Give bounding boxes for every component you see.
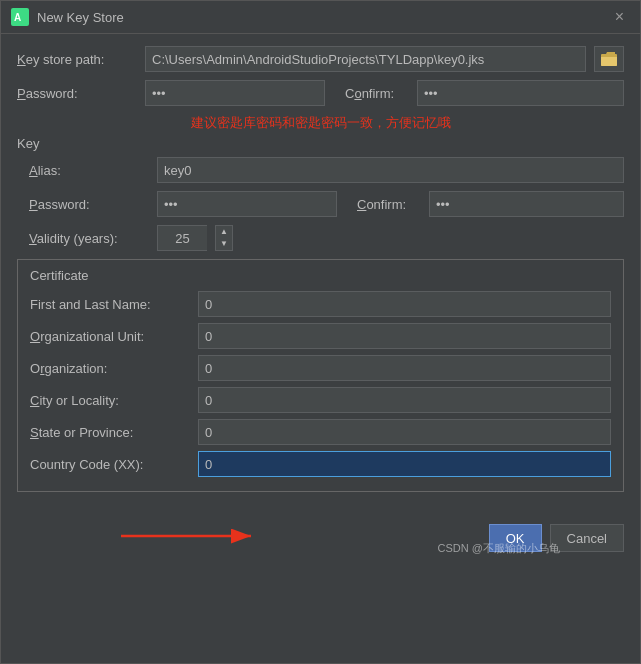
cert-country-input[interactable] — [198, 451, 611, 477]
key-password-label: Password: — [29, 197, 149, 212]
cert-row-name: First and Last Name: — [30, 291, 611, 317]
keystore-path-input[interactable] — [145, 46, 586, 72]
top-confirm-label: Confirm: — [345, 86, 405, 101]
top-confirm-input[interactable] — [417, 80, 624, 106]
validity-row: Validity (years): ▲ ▼ — [17, 225, 624, 251]
keystore-path-row: Key store path: — [17, 46, 624, 72]
cancel-button[interactable]: Cancel — [550, 524, 624, 552]
certificate-section: Certificate First and Last Name: Organiz… — [17, 259, 624, 492]
dialog-title: New Key Store — [37, 10, 124, 25]
certificate-title: Certificate — [30, 268, 611, 283]
bottom-bar: CSDN @不服输的小乌龟 OK Cancel — [1, 512, 640, 564]
key-password-input[interactable] — [157, 191, 337, 217]
title-bar: A New Key Store × — [1, 1, 640, 34]
cert-row-city: City or Locality: — [30, 387, 611, 413]
dialog-content: Key store path: Password: Confirm: 建议密匙库… — [1, 34, 640, 504]
cert-row-org: Organization: — [30, 355, 611, 381]
arrow-annotation — [121, 526, 261, 546]
cert-city-label: City or Locality: — [30, 393, 190, 408]
top-password-input[interactable] — [145, 80, 325, 106]
keystore-path-label: Key store path: — [17, 52, 137, 67]
alias-row: Alias: — [17, 157, 624, 183]
cert-row-org-unit: Organizational Unit: — [30, 323, 611, 349]
arrow-icon — [121, 526, 261, 546]
key-section: Key — [17, 136, 624, 151]
key-confirm-label: Confirm: — [357, 197, 417, 212]
alias-label: Alias: — [29, 163, 149, 178]
validity-input[interactable] — [157, 225, 207, 251]
svg-text:A: A — [14, 12, 21, 23]
cert-org-label: Organization: — [30, 361, 190, 376]
cert-org-input[interactable] — [198, 355, 611, 381]
cert-org-unit-input[interactable] — [198, 323, 611, 349]
cert-row-state: State or Province: — [30, 419, 611, 445]
validity-decrement[interactable]: ▼ — [216, 238, 232, 250]
cert-city-input[interactable] — [198, 387, 611, 413]
browse-button[interactable] — [594, 46, 624, 72]
cert-name-label: First and Last Name: — [30, 297, 190, 312]
close-button[interactable]: × — [609, 7, 630, 27]
hint-row: 建议密匙库密码和密匙密码一致，方便记忆哦 — [17, 114, 624, 132]
key-confirm-input[interactable] — [429, 191, 624, 217]
ok-button[interactable]: OK — [489, 524, 542, 552]
hint-text: 建议密匙库密码和密匙密码一致，方便记忆哦 — [17, 114, 624, 132]
cert-country-label: Country Code (XX): — [30, 457, 190, 472]
cert-row-country: Country Code (XX): — [30, 451, 611, 477]
cert-state-label: State or Province: — [30, 425, 190, 440]
new-keystore-dialog: A New Key Store × Key store path: Passwo… — [0, 0, 641, 664]
top-password-row: Password: Confirm: — [17, 80, 624, 106]
key-section-label: Key — [17, 136, 39, 151]
folder-icon — [601, 52, 617, 66]
validity-spinner: ▲ ▼ — [215, 225, 233, 251]
alias-input[interactable] — [157, 157, 624, 183]
cert-org-unit-label: Organizational Unit: — [30, 329, 190, 344]
validity-increment[interactable]: ▲ — [216, 226, 232, 238]
title-bar-left: A New Key Store — [11, 8, 124, 26]
top-password-label: Password: — [17, 86, 137, 101]
app-icon: A — [11, 8, 29, 26]
validity-label: Validity (years): — [29, 231, 149, 246]
cert-state-input[interactable] — [198, 419, 611, 445]
cert-name-input[interactable] — [198, 291, 611, 317]
key-password-row: Password: Confirm: — [17, 191, 624, 217]
